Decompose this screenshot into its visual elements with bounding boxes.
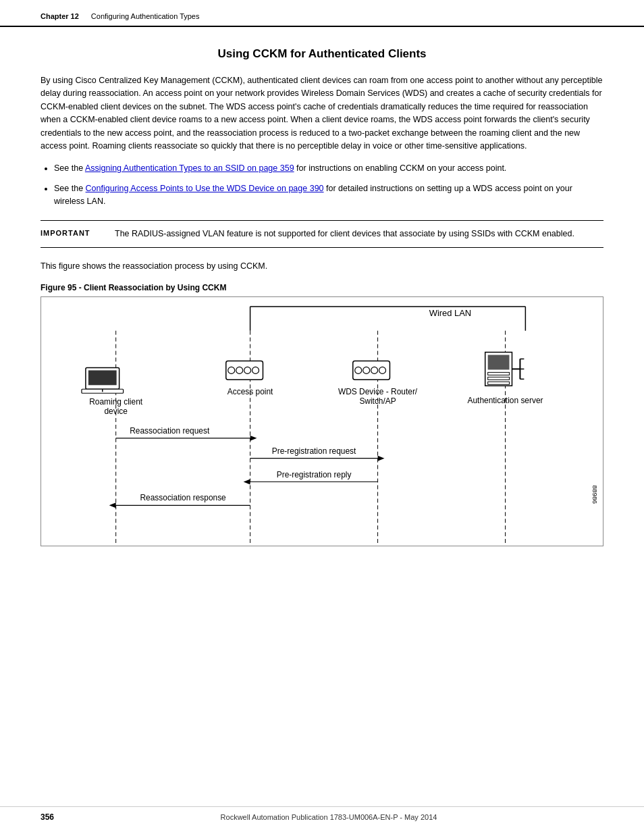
- footer-center-text: Rockwell Automation Publication 1783-UM0…: [221, 813, 437, 821]
- page-footer: 356 Rockwell Automation Publication 1783…: [0, 806, 644, 822]
- wds-label1: WDS Device - Router/: [338, 387, 418, 396]
- list-item: See the Assigning Authentication Types t…: [54, 162, 603, 175]
- roaming-client-label: Roaming client: [89, 397, 143, 407]
- roaming-client-label2: device: [104, 407, 128, 416]
- chapter-label: Chapter 12: [41, 12, 79, 20]
- prereg-request-label: Pre-registration request: [272, 446, 356, 455]
- svg-marker-38: [109, 502, 116, 508]
- list-item: See the Configuring Access Points to Use…: [54, 182, 603, 209]
- auth-server-label1: Authentication server: [468, 396, 543, 405]
- link-2[interactable]: Configuring Access Points to Use the WDS…: [86, 184, 324, 193]
- svg-marker-36: [244, 479, 250, 484]
- access-point-icon: [226, 361, 263, 380]
- figure-intro: This figure shows the reassociation proc…: [41, 260, 603, 273]
- figure-caption: Figure 95 - Client Reassociation by Usin…: [41, 283, 603, 292]
- wds-label2: Switch/AP: [359, 396, 396, 406]
- figure-id: 88986: [591, 485, 599, 504]
- svg-marker-32: [250, 435, 257, 440]
- page: Chapter 12 Configuring Authentication Ty…: [0, 0, 644, 834]
- important-label: IMPORTANT: [41, 228, 115, 237]
- roaming-client-icon: [82, 367, 124, 393]
- svg-marker-34: [378, 455, 385, 461]
- wds-device-icon: [353, 361, 390, 380]
- page-header: Chapter 12 Configuring Authentication Ty…: [0, 0, 644, 27]
- diagram-svg: Wired LAN: [41, 297, 603, 546]
- diagram-figure: Wired LAN: [41, 296, 603, 546]
- content-area: Using CCKM for Authenticated Clients By …: [0, 27, 644, 600]
- important-text: The RADIUS-assigned VLAN feature is not …: [115, 228, 603, 240]
- access-point-label: Access point: [227, 387, 273, 396]
- prereg-reply-label: Pre-registration reply: [277, 469, 352, 479]
- link-1[interactable]: Assigning Authentication Types to an SSI…: [85, 163, 294, 173]
- important-box: IMPORTANT The RADIUS-assigned VLAN featu…: [41, 220, 603, 248]
- wired-lan-label: Wired LAN: [429, 307, 471, 317]
- reassoc-response-label: Reassociation response: [140, 493, 226, 502]
- section-title: Using CCKM for Authenticated Clients: [41, 47, 603, 61]
- svg-rect-22: [488, 355, 510, 369]
- bullet-prefix-2: See the: [54, 184, 86, 193]
- bullet-list: See the Assigning Authentication Types t…: [54, 162, 603, 208]
- svg-rect-8: [88, 370, 117, 385]
- chapter-title-header: Configuring Authentication Types: [91, 12, 200, 20]
- bullet-suffix-1: for instructions on enabling CCKM on you…: [294, 163, 507, 173]
- footer-page-number: 356: [41, 812, 54, 822]
- reassoc-request-label: Reassociation request: [130, 425, 210, 435]
- auth-server-icon: [485, 352, 525, 386]
- bullet-prefix-1: See the: [54, 163, 85, 173]
- main-paragraph: By using Cisco Centralized Key Managemen…: [41, 74, 603, 153]
